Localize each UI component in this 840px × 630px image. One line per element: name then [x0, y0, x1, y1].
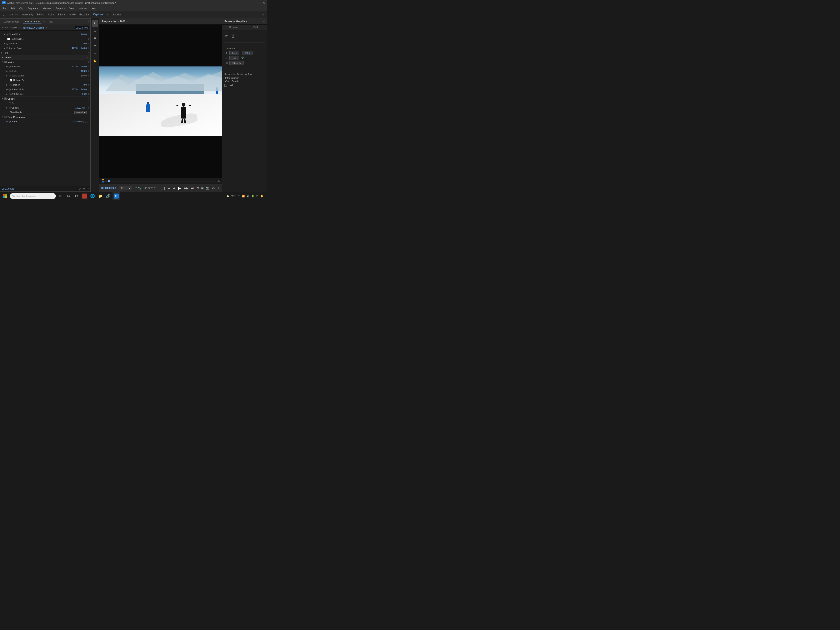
- chevron-pos-icon[interactable]: ▶: [6, 66, 8, 68]
- reset-blend-icon[interactable]: ↺: [87, 111, 89, 114]
- effect-controls-menu-icon[interactable]: ≡: [44, 21, 45, 23]
- app-connect-btn[interactable]: 🔗: [104, 192, 112, 200]
- reset-pos-icon[interactable]: ↺: [87, 65, 89, 68]
- taskbar-search[interactable]: 🔍 Skriv her for å søke: [10, 193, 56, 199]
- chevron-video-icon[interactable]: ▼: [2, 56, 3, 58]
- pen-mask-icon[interactable]: ✎: [12, 101, 14, 105]
- tab-audio[interactable]: Audio: [69, 12, 76, 17]
- scale-value[interactable]: 100,0: [78, 70, 87, 72]
- stopwatch-anchor2-icon[interactable]: ◷: [8, 88, 11, 91]
- anchor2-x-value[interactable]: 427,0: [69, 88, 77, 91]
- speed-value[interactable]: 100,00%: [73, 120, 82, 123]
- reset-opacity-section-icon[interactable]: ↺: [87, 98, 89, 100]
- clip-name[interactable]: Intro 2021 * Graphic: [23, 27, 44, 29]
- filter-icon[interactable]: ⊕: [79, 187, 81, 190]
- pos-y-value[interactable]: 240,0: [78, 65, 87, 68]
- uniform-scale-2-checkbox[interactable]: ✓: [10, 79, 12, 82]
- stopwatch-icon[interactable]: ◷: [6, 33, 8, 36]
- chevron-rot2-icon[interactable]: ▶: [6, 84, 8, 86]
- reset-anchor-icon[interactable]: ↺: [87, 47, 89, 49]
- chevron-af-icon[interactable]: ▶: [6, 93, 8, 95]
- chevron-motion-icon[interactable]: ▼: [2, 61, 3, 63]
- go-in-btn[interactable]: ⏮: [167, 186, 171, 190]
- menu-edit[interactable]: Edit: [10, 7, 16, 10]
- app-file-explorer-btn[interactable]: 🗂: [65, 192, 73, 200]
- stopwatch-sw2-icon[interactable]: ◷: [8, 74, 11, 77]
- export-icon[interactable]: ↗: [87, 187, 89, 190]
- ripple-edit-btn[interactable]: [92, 35, 98, 42]
- panel-expand-icon[interactable]: >>: [86, 20, 89, 23]
- anchor-x-value[interactable]: 427,0: [69, 47, 77, 49]
- step-fwd-btn[interactable]: ▶▶: [183, 186, 189, 190]
- mark-in-btn[interactable]: {: [160, 186, 163, 190]
- app-mail-btn[interactable]: ✉: [73, 192, 81, 200]
- reset-anchor2-icon[interactable]: ↺: [87, 88, 89, 91]
- pos-x-value[interactable]: 427,0: [69, 65, 77, 68]
- chevron-timeremap-icon[interactable]: ▼: [2, 116, 3, 118]
- blend-mode-dropdown[interactable]: Normal: [74, 111, 87, 114]
- scrubber-playhead[interactable]: [108, 180, 110, 182]
- task-view-btn[interactable]: ⊞: [57, 193, 63, 199]
- maximize-btn[interactable]: □: [258, 1, 260, 5]
- opacity-keyframe-icon[interactable]: ◇●: [84, 107, 87, 109]
- menu-help[interactable]: Help: [91, 7, 97, 10]
- tab-captions[interactable]: Captions: [93, 12, 103, 17]
- opacity-percent-value[interactable]: 100,0 %: [76, 106, 84, 109]
- clip-dropdown-icon[interactable]: ▶: [46, 27, 48, 29]
- chevron-rotation-icon[interactable]: ▶: [4, 43, 5, 44]
- start-menu-btn[interactable]: [2, 193, 8, 199]
- anchor2-y-value[interactable]: 240,0: [78, 88, 87, 91]
- speed-prev-keyframe-icon[interactable]: ◁: [82, 120, 84, 123]
- transform-opacity-val[interactable]: [229, 61, 243, 65]
- notification-icon[interactable]: 🔔: [260, 194, 263, 197]
- hand-tool-btn[interactable]: ✋: [92, 57, 98, 64]
- reset-rotation-icon[interactable]: ↺: [87, 43, 89, 45]
- stopwatch-pos-icon[interactable]: ◷: [8, 65, 11, 68]
- overwrite-btn[interactable]: ⬓: [201, 186, 204, 190]
- go-out-btn[interactable]: ⏭: [190, 186, 195, 190]
- reset-text-icon[interactable]: ↺: [87, 52, 89, 54]
- chevron-opacity-val-icon[interactable]: ▶: [6, 107, 8, 109]
- rotation-value[interactable]: 0,0: [78, 42, 87, 45]
- tab-learning[interactable]: Learning: [9, 12, 19, 17]
- app-chrome-btn[interactable]: 🌐: [89, 192, 96, 200]
- eg-menu-icon[interactable]: ≡: [263, 20, 265, 23]
- add-marker-btn[interactable]: +: [217, 186, 220, 190]
- chevron-anchor2-icon[interactable]: ▶: [6, 88, 8, 90]
- expand-workspaces-icon[interactable]: >>: [261, 13, 264, 16]
- fit-dropdown[interactable]: Fit 25% 50% 100%: [119, 186, 131, 190]
- step-back-footer-icon[interactable]: ⏮: [82, 187, 85, 190]
- tab-effects[interactable]: Effects: [58, 12, 65, 17]
- rotation-2-value[interactable]: 0,0: [78, 84, 87, 86]
- tab-color[interactable]: Color: [48, 12, 54, 17]
- scale-width-value[interactable]: 100,0: [78, 33, 87, 36]
- tab-lumetri-scopes[interactable]: Lumetri Scopes: [2, 20, 21, 24]
- ellipse-mask-icon[interactable]: ○: [6, 101, 8, 105]
- home-icon[interactable]: ⌂: [3, 13, 5, 16]
- tab-graphics[interactable]: Graphics: [79, 12, 89, 17]
- scale-width-2-value[interactable]: 100,0: [78, 74, 87, 77]
- text-tool-icon[interactable]: T: [232, 33, 235, 39]
- reset-motion-icon[interactable]: ↺: [87, 61, 89, 63]
- chevron-text-icon[interactable]: ▶: [2, 52, 3, 54]
- app-folder-btn[interactable]: 📁: [97, 192, 104, 200]
- anti-flicker-value[interactable]: 0,00: [78, 93, 87, 95]
- speed-diamond-icon[interactable]: ◇: [85, 120, 86, 123]
- rect-mask-icon[interactable]: □: [9, 101, 11, 105]
- tab-edit[interactable]: Edit: [245, 25, 267, 30]
- speed-next-keyframe-icon[interactable]: ▷: [87, 120, 89, 123]
- mark-out-btn[interactable]: |: [163, 186, 166, 190]
- anchor-y-value[interactable]: 240,0: [78, 47, 87, 49]
- stopwatch-anchor-icon[interactable]: ◷: [6, 47, 8, 50]
- eye-visibility-icon[interactable]: 👁: [224, 34, 228, 38]
- reset-rot2-icon[interactable]: ↺: [87, 84, 89, 86]
- chevron-opacity-icon[interactable]: ▼: [2, 98, 3, 99]
- transform-scale-val[interactable]: [229, 56, 239, 60]
- scrubber-track[interactable]: [103, 181, 220, 182]
- captions-menu-icon[interactable]: ≡: [107, 13, 108, 16]
- reset-scale-width-icon[interactable]: ↺: [87, 33, 89, 36]
- reset-uniform-icon[interactable]: ↺: [87, 38, 89, 40]
- select-tool-btn[interactable]: [92, 20, 98, 27]
- menu-graphics[interactable]: Graphics: [55, 7, 66, 10]
- settings-wrench-icon[interactable]: 🔧: [138, 186, 141, 189]
